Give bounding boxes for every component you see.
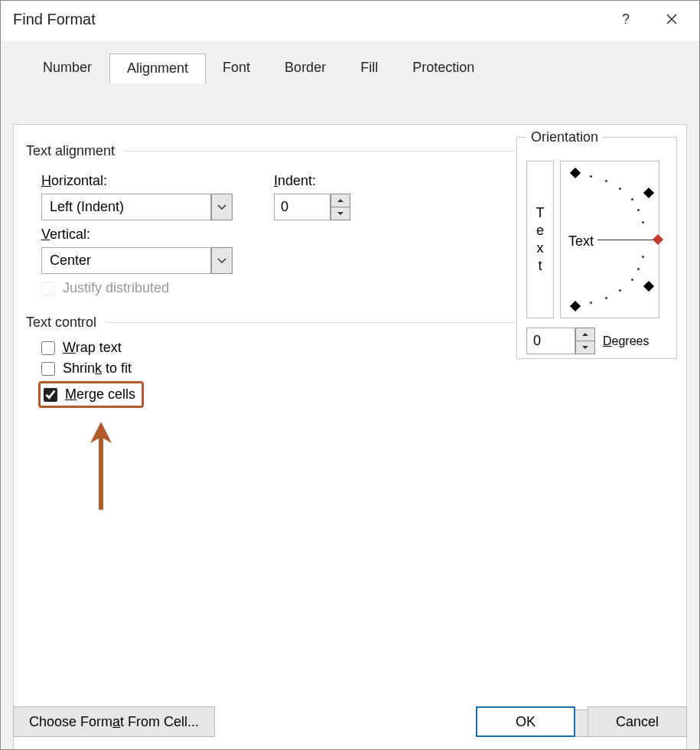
- orientation-group: Orientation Text: [516, 129, 677, 359]
- spin-down-icon[interactable]: [576, 341, 594, 354]
- alignment-panel: Text alignment Horizontal: Left (Indent)…: [13, 124, 687, 750]
- horizontal-combo[interactable]: Left (Indent): [41, 194, 233, 220]
- chevron-down-icon[interactable]: [211, 247, 233, 274]
- window-title: Find Format: [13, 11, 96, 28]
- tab-protection[interactable]: Protection: [396, 53, 492, 83]
- titlebar: Find Format ?: [1, 1, 699, 34]
- merge-cells-input[interactable]: [44, 388, 57, 402]
- spin-down-icon[interactable]: [331, 207, 350, 220]
- annotation-arrow-icon: [87, 422, 115, 513]
- cancel-button[interactable]: Cancel: [588, 706, 687, 737]
- spin-up-icon[interactable]: [331, 194, 350, 207]
- spin-up-icon[interactable]: [576, 328, 594, 341]
- tab-bar: Number Alignment Font Border Fill Protec…: [13, 41, 687, 83]
- text-alignment-group-label: Text alignment: [26, 143, 121, 159]
- tab-font[interactable]: Font: [206, 53, 268, 83]
- justify-distributed-checkbox: Justify distributed: [41, 280, 256, 296]
- text-control-group-label: Text control: [26, 315, 103, 331]
- orientation-dial-label: Text: [568, 233, 594, 249]
- orientation-vertical-text[interactable]: Text: [526, 161, 554, 318]
- ok-button[interactable]: OK: [476, 706, 575, 737]
- horizontal-label: Horizontal:: [41, 173, 256, 189]
- indent-value[interactable]: 0: [274, 194, 330, 220]
- choose-format-button[interactable]: Choose Format From Cell...: [13, 706, 215, 737]
- justify-distributed-input: [41, 282, 55, 295]
- orientation-label: Orientation: [526, 129, 603, 145]
- tab-number[interactable]: Number: [25, 53, 109, 83]
- chevron-down-icon[interactable]: [211, 194, 233, 220]
- shrink-to-fit-input[interactable]: [41, 362, 55, 376]
- degrees-spinner[interactable]: 0: [526, 328, 595, 354]
- orientation-pointer-icon[interactable]: [653, 234, 663, 245]
- orientation-dial[interactable]: Text: [560, 161, 659, 318]
- wrap-text-input[interactable]: [41, 341, 55, 355]
- indent-label: Indent:: [274, 173, 350, 189]
- degrees-label: Degrees: [603, 334, 649, 348]
- wrap-text-checkbox[interactable]: Wrap text: [41, 340, 516, 356]
- tab-border[interactable]: Border: [268, 53, 343, 83]
- vertical-combo-value[interactable]: Center: [41, 247, 211, 274]
- tab-alignment[interactable]: Alignment: [109, 54, 206, 83]
- vertical-label: Vertical:: [41, 227, 256, 243]
- vertical-combo[interactable]: Center: [41, 247, 233, 274]
- degrees-value[interactable]: 0: [526, 328, 575, 354]
- close-icon[interactable]: [656, 8, 687, 31]
- horizontal-combo-value[interactable]: Left (Indent): [41, 194, 211, 220]
- merge-cells-checkbox[interactable]: Merge cells: [44, 386, 135, 403]
- help-icon[interactable]: ?: [610, 8, 641, 31]
- merge-cells-highlight: Merge cells: [38, 381, 144, 408]
- shrink-to-fit-checkbox[interactable]: Shrink to fit: [41, 360, 516, 377]
- tab-fill[interactable]: Fill: [343, 53, 396, 83]
- dialog-footer: Choose Format From Cell... OK Cancel: [13, 706, 687, 737]
- indent-spinner[interactable]: 0: [274, 194, 350, 220]
